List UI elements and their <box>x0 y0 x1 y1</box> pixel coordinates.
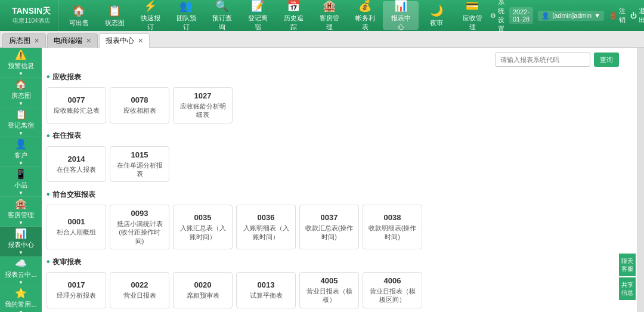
section-yingshou: 应收报表0077应收账龄汇总表0078应收相粗表1027应收账龄分析明细表 <box>47 72 632 123</box>
sidebar-item-dengjilichui[interactable]: 📋登记离宿▼ <box>0 107 42 137</box>
float-buttons: 聊天客服共享信息 <box>619 254 636 300</box>
nav-item-yeche[interactable]: 🌙夜审 <box>419 1 454 30</box>
report-name: 抵店小满统计表(收付距操作时间) <box>115 220 164 245</box>
nav-item-biaogaozhongxin[interactable]: 📊报表中心 <box>383 1 419 30</box>
report-card-0078[interactable]: 0078应收相粗表 <box>110 87 169 123</box>
zhuangtai-icon: 📋 <box>108 4 121 17</box>
sidebar-arrow-icon: ▼ <box>18 160 23 166</box>
yudingchaxun-icon: 🔍 <box>215 0 228 13</box>
report-card-0022[interactable]: 0022营业日报表 <box>110 272 169 308</box>
nav-item-label: 可出售 <box>69 18 89 27</box>
tab-close-icon[interactable]: ✕ <box>138 37 143 45</box>
report-grid-yeshen: 0017经理分析报表0022营业日报表0020席粗预审表0013试算平衡表400… <box>47 272 632 308</box>
main-content: 查询 应收报表0077应收账龄汇总表0078应收相粗表1027应收账龄分析明细表… <box>42 48 637 312</box>
sidebar-item-fangzhuangtai[interactable]: 🏠房态图▼ <box>0 78 42 107</box>
tab-label: 电商端端 <box>54 36 82 46</box>
nav-item-label: 报表中心 <box>389 14 413 32</box>
report-card-0013[interactable]: 0013试算平衡表 <box>236 272 296 308</box>
nav-item-kecun[interactable]: 🏠可出售 <box>61 1 97 30</box>
report-card-0017[interactable]: 0017经理分析报表 <box>47 272 106 308</box>
report-card-0038[interactable]: 0038收款明细表(操作时间) <box>363 205 422 249</box>
nav-item-dengji[interactable]: 📝登记离宿 <box>240 1 275 30</box>
layout: ⚠️预警信息▼🏠房态图▼📋登记离宿▼👤客户▼📱小品▼🏨客房管理▼📊报表中心▼☁️… <box>0 48 644 312</box>
report-code: 0013 <box>258 280 275 289</box>
report-name: 席粗预审表 <box>187 291 219 299</box>
sidebar-item-label: 客房管理 <box>8 211 34 220</box>
report-code: 0035 <box>194 213 212 222</box>
sidebar-item-label: 小品 <box>14 181 27 190</box>
report-card-0001[interactable]: 0001柜台人期概组 <box>47 205 106 249</box>
tab-房态图[interactable]: 房态图✕ <box>2 33 46 48</box>
sidebar-item-xiaoping[interactable]: 📱小品▼ <box>0 167 42 197</box>
sidebar-item-wochangyong[interactable]: ⭐我的常用...▼ <box>0 286 42 312</box>
report-card-2014[interactable]: 2014在住客人报表 <box>47 146 106 183</box>
xiaoping-sidebar-icon: 📱 <box>15 168 27 180</box>
nav-item-yudingchaxun[interactable]: 🔍预订查询 <box>204 1 240 30</box>
nav-item-kuaisu[interactable]: ⚡快速报订 <box>132 1 168 30</box>
section-title-yingshou: 应收报表 <box>47 72 632 82</box>
settings-icon[interactable]: ⚙ 系统设置 <box>490 0 504 33</box>
report-code: 1027 <box>194 91 212 100</box>
tab-报表中心[interactable]: 报表中心✕ <box>99 33 150 48</box>
report-card-1015[interactable]: 1015在住单源分析报表 <box>110 146 169 183</box>
float-btn-liaotian[interactable]: 聊天客服 <box>619 254 636 276</box>
tab-close-icon[interactable]: ✕ <box>86 37 91 45</box>
tab-close-icon[interactable]: ✕ <box>34 37 39 45</box>
kehu-sidebar-icon: 👤 <box>15 138 27 150</box>
report-card-4005[interactable]: 4005营业日报表（模板） <box>299 272 359 308</box>
report-code: 0017 <box>68 280 85 289</box>
report-name: 试算平衡表 <box>250 291 283 299</box>
sidebar-item-label: 房态图 <box>11 91 31 100</box>
report-code: 0038 <box>384 213 401 222</box>
lishijilu-icon: 📅 <box>287 0 300 13</box>
sidebar: ⚠️预警信息▼🏠房态图▼📋登记离宿▼👤客户▼📱小品▼🏨客房管理▼📊报表中心▼☁️… <box>0 48 42 312</box>
dengjilichui-sidebar-icon: 📋 <box>15 109 27 120</box>
sidebar-item-baozhiyun[interactable]: ☁️报表云中...▼ <box>0 257 42 286</box>
nav-items: 🏠可出售📋状态图⚡快速报订👥团队预订🔍预订查询📝登记离宿📅历史追踪🏨客房管理💰帐… <box>61 1 490 30</box>
report-name: 在住单源分析报表 <box>115 161 164 178</box>
nav-item-yingshouguanli[interactable]: 💳应收管理 <box>454 1 490 30</box>
section-title-qiantai: 前台交班报表 <box>47 189 632 200</box>
sidebar-arrow-icon: ▼ <box>18 131 23 136</box>
search-button[interactable]: 查询 <box>594 52 619 67</box>
report-card-0035[interactable]: 0035入账汇总表（入账时间） <box>173 205 233 249</box>
user-display[interactable]: 👤[admin]admin▼ <box>538 11 604 21</box>
report-card-0037[interactable]: 0037收款汇总表(操作时间) <box>299 205 359 249</box>
report-name: 营业日报表（模板区间） <box>368 287 417 304</box>
report-card-1027[interactable]: 1027应收账龄分析明细表 <box>173 87 233 123</box>
section-qiantai: 前台交班报表0001柜台人期概组0093抵店小满统计表(收付距操作时间)0035… <box>47 189 632 249</box>
report-card-0077[interactable]: 0077应收账龄汇总表 <box>47 87 106 123</box>
float-btn-gongdan[interactable]: 共享信息 <box>619 277 636 300</box>
search-input[interactable] <box>495 52 590 67</box>
section-zaizhu: 在住报表2014在住客人报表1015在住单源分析报表 <box>47 131 632 183</box>
exit-button[interactable]: ⏻ 退出 <box>630 7 644 24</box>
report-code: 1015 <box>131 150 148 159</box>
sidebar-item-fangwuguanliside[interactable]: 🏨客房管理▼ <box>0 197 42 227</box>
report-code: 0022 <box>131 280 148 289</box>
report-card-0036[interactable]: 0036入账明细表（入账时间） <box>236 205 296 249</box>
kuaisu-icon: ⚡ <box>144 0 157 13</box>
logout-button[interactable]: 🚪 注销 <box>609 7 626 24</box>
report-code: 0036 <box>258 213 275 222</box>
nav-item-tuandui[interactable]: 👥团队预订 <box>168 1 204 30</box>
report-card-4006[interactable]: 4006营业日报表（模板区间） <box>363 272 422 308</box>
nav-item-fangwuguanli[interactable]: 🏨客房管理 <box>311 1 347 30</box>
nav-item-lishijilu[interactable]: 📅历史追踪 <box>275 1 311 30</box>
nav-item-zhuangtai[interactable]: 📋状态图 <box>97 1 132 30</box>
baozhiyun-sidebar-icon: ☁️ <box>15 258 27 269</box>
nav-item-zhangwuguanli[interactable]: 💰帐务利表 <box>347 1 383 30</box>
sidebar-item-kehu[interactable]: 👤客户▼ <box>0 137 42 167</box>
report-card-0093[interactable]: 0093抵店小满统计表(收付距操作时间) <box>110 205 169 249</box>
tab-label: 房态图 <box>9 36 30 46</box>
fangzhuangtai-sidebar-icon: 🏠 <box>15 79 27 90</box>
nav-right: ⚙ 系统设置 2022-01-28 👤[admin]admin▼ 🚪 注销 ⏻ … <box>490 0 644 33</box>
yeche-icon: 🌙 <box>430 4 443 17</box>
tab-电商端端[interactable]: 电商端端✕ <box>47 33 98 48</box>
nav-item-label: 应收管理 <box>460 14 484 32</box>
sidebar-item-yujingxinxi[interactable]: ⚠️预警信息▼ <box>0 48 42 78</box>
report-name: 收款汇总表(操作时间) <box>305 224 354 241</box>
scrollbar[interactable] <box>637 48 644 312</box>
sidebar-item-biaogaozhongxinside[interactable]: 📊报表中心▼ <box>0 227 42 257</box>
report-grid-qiantai: 0001柜台人期概组0093抵店小满统计表(收付距操作时间)0035入账汇总表（… <box>47 205 632 249</box>
report-card-0020[interactable]: 0020席粗预审表 <box>173 272 233 308</box>
